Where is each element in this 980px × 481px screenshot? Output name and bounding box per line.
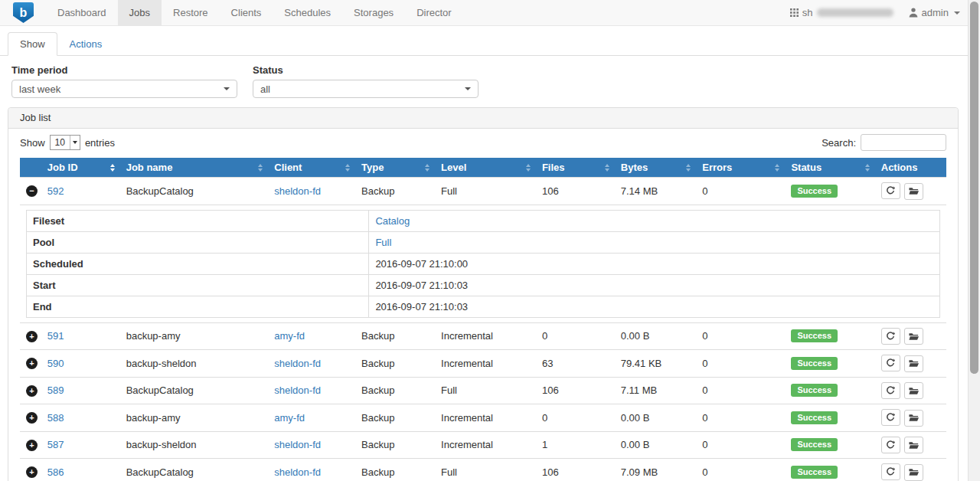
- page: b DashboardJobsRestoreClientsSchedulesSt…: [0, 0, 968, 481]
- column-header-type[interactable]: Type: [355, 158, 435, 178]
- top-navbar: b DashboardJobsRestoreClientsSchedulesSt…: [0, 0, 968, 26]
- job-type: Backup: [355, 404, 435, 432]
- job-id-link[interactable]: 586: [47, 466, 64, 478]
- folder-open-icon: [909, 387, 919, 395]
- rerun-job-button[interactable]: [881, 382, 900, 399]
- restore-job-button[interactable]: [904, 183, 923, 200]
- nav-item-storages[interactable]: Storages: [342, 0, 405, 25]
- folder-open-icon: [909, 441, 919, 450]
- expand-row-button[interactable]: +: [26, 440, 38, 451]
- job-level: Full: [435, 377, 536, 404]
- job-files: 0: [536, 404, 615, 432]
- expand-row-button[interactable]: +: [26, 385, 38, 397]
- job-level: Full: [435, 178, 536, 205]
- column-header-client[interactable]: Client: [268, 158, 355, 178]
- column-header-bytes[interactable]: Bytes: [615, 158, 696, 178]
- job-id-link[interactable]: 591: [47, 330, 64, 342]
- job-list-panel: Job list Show 10 entries Search:: [8, 107, 959, 481]
- client-link[interactable]: sheldon-fd: [274, 358, 321, 369]
- expand-row-button[interactable]: +: [26, 331, 38, 342]
- tab-actions[interactable]: Actions: [57, 32, 115, 56]
- nav-item-jobs[interactable]: Jobs: [118, 0, 162, 25]
- time-period-select[interactable]: last week: [11, 80, 237, 98]
- detail-label: Fileset: [27, 210, 369, 231]
- client-link[interactable]: amy-fd: [274, 412, 305, 424]
- column-header-level[interactable]: Level: [435, 158, 536, 178]
- entries-select[interactable]: 10: [50, 135, 80, 150]
- vertical-scrollbar[interactable]: [968, 0, 980, 481]
- time-period-label: Time period: [11, 64, 237, 76]
- sort-icon: [526, 164, 531, 172]
- rerun-job-button[interactable]: [881, 409, 900, 426]
- job-errors: 0: [696, 350, 785, 378]
- job-bytes: 7.14 MB: [615, 178, 696, 205]
- expand-row-button[interactable]: +: [26, 412, 38, 424]
- job-type: Backup: [355, 178, 435, 205]
- grid-icon: [790, 8, 799, 17]
- user-menu[interactable]: admin: [909, 7, 960, 18]
- job-bytes: 7.09 MB: [615, 459, 696, 481]
- job-row: + 586 BackupCatalog sheldon-fd Backup Fu…: [20, 459, 946, 481]
- rerun-job-button[interactable]: [881, 328, 900, 345]
- expand-row-button[interactable]: −: [26, 185, 38, 197]
- job-id-link[interactable]: 588: [47, 412, 64, 424]
- nav-item-restore[interactable]: Restore: [162, 0, 220, 25]
- length-suffix: entries: [85, 137, 115, 149]
- rerun-job-button[interactable]: [881, 355, 900, 371]
- client-link[interactable]: sheldon-fd: [274, 466, 321, 478]
- job-name: BackupCatalog: [120, 459, 269, 481]
- status-value: all: [260, 83, 270, 95]
- restore-job-button[interactable]: [904, 464, 923, 481]
- status-select[interactable]: all: [253, 80, 479, 98]
- job-name: backup-sheldon: [120, 431, 269, 459]
- job-files: 106: [536, 459, 615, 481]
- nav-item-director[interactable]: Director: [405, 0, 463, 25]
- restore-job-button[interactable]: [904, 410, 923, 427]
- job-id-link[interactable]: 590: [47, 358, 64, 369]
- status-badge: Success: [791, 357, 838, 370]
- jobs-table: Job ID Job name Client Type Level Files …: [20, 158, 946, 481]
- table-search: Search:: [822, 134, 946, 151]
- director-selector[interactable]: sh: [790, 7, 893, 18]
- column-header-job-name[interactable]: Job name: [120, 158, 269, 178]
- column-header-job-id[interactable]: Job ID: [41, 158, 120, 178]
- search-input[interactable]: [861, 134, 946, 151]
- rerun-job-button[interactable]: [881, 182, 900, 199]
- tab-show[interactable]: Show: [8, 32, 57, 56]
- nav-item-schedules[interactable]: Schedules: [273, 0, 342, 25]
- column-header-files[interactable]: Files: [536, 158, 615, 178]
- rerun-job-button[interactable]: [881, 463, 900, 480]
- select-arrow-icon: [70, 136, 80, 149]
- expand-row-button[interactable]: +: [26, 358, 38, 369]
- brand-link[interactable]: b: [0, 0, 46, 25]
- job-id-link[interactable]: 592: [47, 185, 64, 197]
- restore-job-button[interactable]: [904, 382, 923, 399]
- detail-label: Pool: [27, 231, 369, 253]
- job-bytes: 0.00 B: [615, 322, 696, 350]
- client-link[interactable]: sheldon-fd: [274, 185, 321, 197]
- detail-value-link[interactable]: Full: [375, 237, 391, 248]
- column-header-status[interactable]: Status: [785, 158, 874, 178]
- folder-open-icon: [909, 414, 919, 422]
- job-id-link[interactable]: 587: [47, 439, 64, 450]
- nav-item-clients[interactable]: Clients: [220, 0, 273, 25]
- expand-row-button[interactable]: +: [26, 466, 38, 478]
- job-bytes: 7.11 MB: [615, 377, 696, 404]
- scrollbar-thumb[interactable]: [970, 2, 978, 374]
- rerun-job-button[interactable]: [881, 437, 900, 453]
- column-header-errors[interactable]: Errors: [696, 158, 785, 178]
- caret-down-icon: [465, 87, 471, 90]
- client-link[interactable]: sheldon-fd: [274, 439, 321, 450]
- restore-job-button[interactable]: [904, 355, 923, 372]
- restore-job-button[interactable]: [904, 437, 923, 453]
- client-link[interactable]: amy-fd: [274, 330, 305, 342]
- job-name: backup-amy: [120, 404, 269, 432]
- job-type: Backup: [355, 350, 435, 378]
- nav-item-dashboard[interactable]: Dashboard: [46, 0, 118, 25]
- client-link[interactable]: sheldon-fd: [274, 384, 321, 396]
- user-name: admin: [922, 7, 949, 18]
- job-id-link[interactable]: 589: [47, 384, 64, 396]
- rerun-icon: [886, 413, 895, 422]
- restore-job-button[interactable]: [904, 328, 923, 345]
- detail-value-link[interactable]: Catalog: [375, 215, 410, 227]
